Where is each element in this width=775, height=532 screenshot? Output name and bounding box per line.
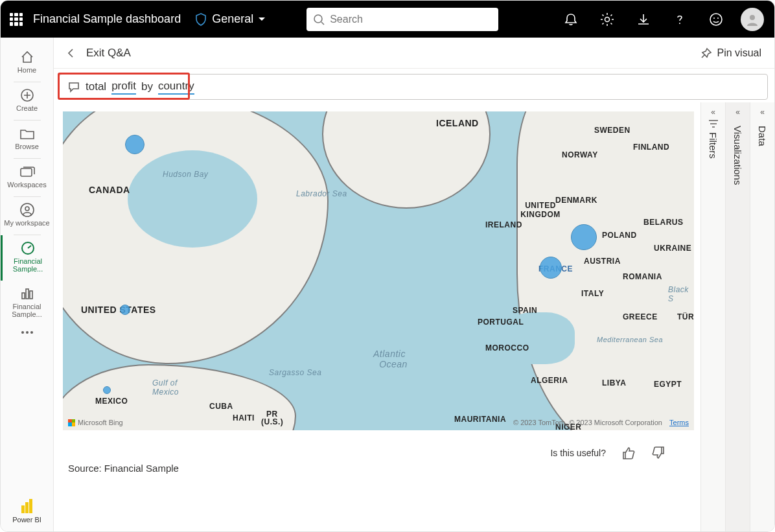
thumbs-down-button[interactable] (651, 446, 665, 460)
bubble-germany[interactable] (571, 224, 597, 250)
map-label: IRELAND (485, 220, 522, 229)
pin-visual-button[interactable]: Pin visual (700, 47, 761, 59)
search-icon (313, 14, 325, 25)
download-button[interactable] (630, 12, 656, 27)
nav-more[interactable] (1, 326, 53, 341)
pin-visual-label: Pin visual (717, 47, 761, 59)
map-terms-link[interactable]: Terms (669, 419, 689, 426)
nav-my-workspace[interactable]: My workspace (1, 197, 53, 235)
map-label: Hudson Bay (163, 170, 208, 179)
report-icon (19, 286, 35, 301)
data-pane[interactable]: « Data (750, 102, 774, 532)
map-label: NORWAY (562, 150, 598, 159)
nav-workspaces-label: Workspaces (2, 181, 52, 189)
download-icon (636, 12, 651, 27)
nav-browse-label: Browse (2, 143, 52, 150)
topbar: Financial Sample dashboard General (1, 1, 774, 38)
nav-home-label: Home (2, 66, 52, 74)
map-label: UKRAINE (654, 244, 691, 253)
svg-rect-15 (30, 291, 32, 299)
feedback-prompt: Is this useful? (550, 448, 606, 458)
bubble-france[interactable] (540, 257, 562, 279)
map-label: (U.S.) (261, 417, 283, 426)
map-label: PORTUGAL (478, 318, 524, 327)
qa-text-mid: by (141, 80, 153, 93)
map-copyright: © 2023 TomTom, © 2023 Microsoft Corporat… (513, 419, 689, 426)
map-label: UNITED STATES (81, 305, 156, 315)
nav-home[interactable]: Home (1, 44, 53, 82)
nav-financial-dashboard[interactable]: Financial Sample... (1, 235, 53, 281)
map-label: POLAND (602, 231, 637, 240)
powerbi-icon (21, 499, 33, 513)
account-button[interactable] (739, 8, 765, 31)
help-icon (673, 12, 687, 27)
bell-icon (564, 12, 578, 27)
chevron-expand-icon: « (735, 108, 740, 117)
map-visual[interactable]: ICELAND SWEDEN FINLAND NORWAY Hudson Bay… (63, 111, 694, 430)
nav-create-label: Create (2, 104, 52, 112)
svg-rect-9 (21, 168, 32, 176)
map-label: AUSTRIA (584, 257, 621, 266)
svg-point-11 (25, 207, 29, 211)
bubble-canada[interactable] (125, 135, 145, 154)
notifications-button[interactable] (558, 12, 584, 27)
thumbs-up-button[interactable] (621, 446, 636, 460)
back-button[interactable] (67, 48, 82, 58)
viz-area: ICELAND SWEDEN FINLAND NORWAY Hudson Bay… (54, 102, 700, 532)
nav-financial-report-label: Financial Sample... (2, 303, 52, 318)
qa-term-country: country (158, 80, 194, 95)
visualizations-pane[interactable]: « Visualizations (725, 102, 750, 532)
svg-rect-14 (26, 289, 29, 299)
chevron-down-icon (259, 17, 265, 21)
search-input[interactable] (329, 13, 492, 26)
map-label: HAITI (233, 413, 255, 422)
browse-icon (19, 126, 36, 141)
feedback-button[interactable] (703, 12, 729, 27)
svg-point-0 (314, 15, 322, 23)
feedback-row: Is this useful? (63, 430, 694, 460)
map-provider: Microsoft Bing (68, 419, 123, 426)
gauge-icon (20, 240, 36, 256)
nav-powerbi[interactable]: Power BI (1, 491, 53, 532)
chevron-expand-icon: « (711, 108, 715, 117)
nav-financial-report[interactable]: Financial Sample... (1, 281, 53, 326)
left-nav: Home Create Browse Workspaces My workspa… (1, 38, 54, 532)
qa-input[interactable]: total profit by country (59, 74, 768, 100)
svg-line-1 (321, 22, 324, 25)
nav-workspaces[interactable]: Workspaces (1, 159, 53, 196)
bubble-mexico[interactable] (103, 386, 111, 394)
nav-browse[interactable]: Browse (1, 121, 53, 158)
settings-button[interactable] (594, 12, 620, 27)
nav-financial-dashboard-label: Financial Sample... (4, 257, 52, 273)
help-button[interactable] (667, 12, 693, 27)
smiley-icon (709, 12, 723, 27)
map-label: FINLAND (633, 143, 669, 152)
map-provider-label: Microsoft Bing (78, 419, 123, 426)
map-label: ALGERIA (531, 376, 568, 385)
filters-pane[interactable]: « Filters (700, 102, 725, 532)
app-launcher-icon[interactable] (10, 13, 23, 26)
svg-rect-13 (22, 293, 25, 299)
shell: Home Create Browse Workspaces My workspa… (1, 38, 774, 532)
search-box[interactable] (307, 8, 498, 31)
map-label: EGYPT (654, 380, 682, 389)
pin-icon (700, 47, 712, 59)
nav-create[interactable]: Create (1, 82, 53, 120)
exit-qa-button[interactable]: Exit Q&A (86, 47, 131, 60)
shield-icon (195, 13, 207, 26)
main: Exit Q&A Pin visual total profit by coun… (54, 38, 774, 532)
map-label: Mexico (152, 387, 179, 397)
map-label: SPAIN (513, 306, 537, 315)
map-label: CUBA (209, 402, 233, 411)
svg-point-5 (713, 17, 715, 19)
thumbs-down-icon (651, 446, 665, 460)
map-label: Labrador Sea (296, 189, 347, 198)
map-label: LIBYA (602, 378, 626, 387)
map-label: ROMANIA (623, 272, 662, 281)
nav-powerbi-label: Power BI (1, 516, 53, 524)
bubble-usa[interactable] (120, 305, 130, 315)
command-bar: Exit Q&A Pin visual (54, 38, 774, 69)
map-label: DENMARK (555, 196, 597, 205)
map-label: Ocean (367, 359, 419, 369)
sensitivity-dropdown[interactable]: General (191, 10, 269, 29)
